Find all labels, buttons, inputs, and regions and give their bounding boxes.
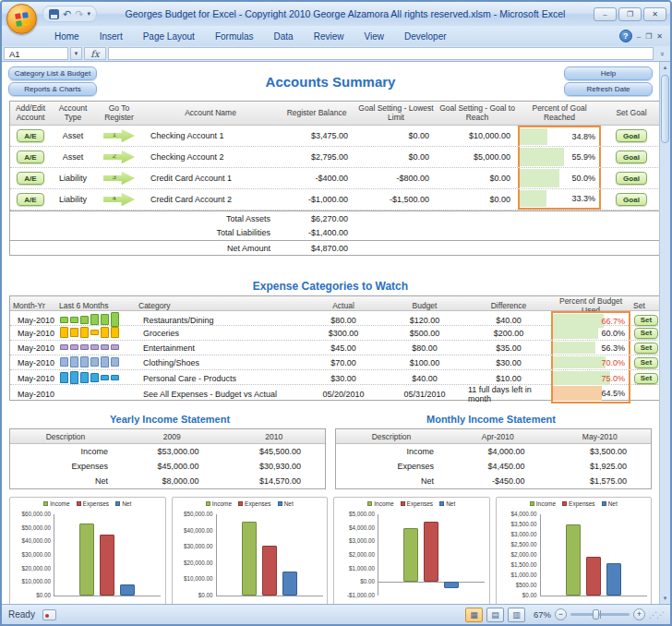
income-row-label: Expenses bbox=[336, 462, 447, 471]
qat-dropdown-icon[interactable]: ▾ bbox=[87, 10, 90, 18]
expense-row: May-2010Restaurants/Dining$80.00$120.00$… bbox=[10, 311, 660, 326]
tab-data[interactable]: Data bbox=[264, 29, 304, 44]
expense-row: May-2010Entertainment$45.00$80.00$35.005… bbox=[10, 341, 660, 355]
name-box-dropdown-icon[interactable]: ▼ bbox=[70, 47, 82, 60]
sparkline-bar bbox=[80, 372, 89, 383]
set-button[interactable]: Set bbox=[634, 328, 658, 339]
scroll-down-icon[interactable]: ▼ bbox=[660, 593, 670, 604]
save-icon[interactable] bbox=[49, 9, 59, 19]
chart-apr-2010: IncomeExpensesNet$5,000.00$4,000.00$3,00… bbox=[333, 497, 490, 604]
resize-grip[interactable]: ⋰⋰ bbox=[649, 610, 664, 620]
expenses-column-header: Difference bbox=[466, 301, 551, 310]
tab-page-layout[interactable]: Page Layout bbox=[133, 29, 205, 44]
set-goal-button[interactable]: Goal bbox=[616, 129, 647, 142]
close-button[interactable]: ✕ bbox=[643, 7, 666, 21]
sparkline-bar bbox=[111, 357, 119, 366]
y-axis-label: $3,500.00 bbox=[498, 521, 537, 527]
sparkline-bar bbox=[101, 327, 109, 338]
set-goal-button[interactable]: Goal bbox=[616, 150, 647, 163]
zoom-out-button[interactable]: − bbox=[555, 608, 567, 620]
zoom-slider[interactable] bbox=[570, 613, 630, 616]
y-axis-line bbox=[216, 514, 217, 596]
tab-developer[interactable]: Developer bbox=[394, 29, 457, 44]
tab-home[interactable]: Home bbox=[44, 29, 90, 44]
vertical-scrollbar[interactable]: ▲ ▼ bbox=[659, 62, 670, 604]
sparkline bbox=[56, 326, 136, 340]
tab-formulas[interactable]: Formulas bbox=[205, 29, 264, 44]
set-button[interactable]: Set bbox=[634, 373, 658, 384]
minimize-button[interactable]: – bbox=[594, 7, 617, 21]
set-button[interactable]: Set bbox=[634, 357, 658, 368]
percent-budget-cell: 64.5% bbox=[551, 385, 630, 403]
go-to-register-arrow-icon[interactable]: 3 bbox=[103, 171, 135, 186]
set-goal-button[interactable]: Goal bbox=[616, 193, 647, 206]
income-row-label: Net bbox=[10, 476, 121, 486]
page-layout-view-button[interactable]: ▤ bbox=[486, 608, 504, 622]
redo-icon[interactable]: ↷ bbox=[75, 9, 83, 19]
macro-record-icon[interactable] bbox=[42, 609, 56, 620]
actual-cell: $70.00 bbox=[304, 355, 383, 369]
expand-formula-bar-icon[interactable]: » bbox=[655, 47, 668, 60]
add-edit-account-button[interactable]: A/E bbox=[17, 129, 44, 142]
accounts-summary-title: Accounts Summary bbox=[2, 74, 659, 90]
legend-swatch-income bbox=[367, 501, 372, 506]
add-edit-cell: A/E bbox=[10, 168, 51, 188]
scroll-up-icon[interactable]: ▲ bbox=[660, 62, 670, 73]
office-button[interactable] bbox=[6, 4, 37, 34]
zoom-slider-thumb[interactable] bbox=[593, 609, 599, 620]
workbook-minimize-icon[interactable]: – bbox=[637, 32, 641, 41]
y-axis-label: $500.00 bbox=[498, 582, 537, 588]
income-column-header: May-2010 bbox=[549, 432, 652, 441]
restore-button[interactable]: ❐ bbox=[618, 7, 642, 21]
add-edit-account-button[interactable]: A/E bbox=[17, 150, 44, 163]
percent-goal-value: 50.0% bbox=[571, 174, 595, 183]
tab-view[interactable]: View bbox=[354, 29, 394, 44]
zoom-in-button[interactable]: + bbox=[633, 608, 645, 620]
name-box[interactable]: A1 bbox=[4, 47, 68, 60]
accounts-column-header: Account Name bbox=[143, 102, 278, 125]
legend-item: Expenses bbox=[401, 500, 434, 507]
normal-view-button[interactable]: ▦ bbox=[465, 608, 483, 622]
expenses-column-header: Budget bbox=[383, 301, 466, 310]
percent-goal-bar bbox=[520, 169, 559, 187]
income-row-value: $8,000.00 bbox=[121, 476, 223, 486]
go-to-register-cell: 3 bbox=[95, 168, 143, 188]
tab-review[interactable]: Review bbox=[304, 29, 354, 44]
set-button[interactable]: Set bbox=[634, 343, 658, 354]
sparkline-bar bbox=[90, 373, 99, 381]
add-edit-account-button[interactable]: A/E bbox=[17, 193, 44, 206]
set-cell: Set bbox=[630, 355, 662, 369]
go-to-register-arrow-icon[interactable]: 4 bbox=[103, 192, 135, 207]
budget-cell: $80.00 bbox=[383, 341, 466, 355]
x-axis-line bbox=[378, 582, 485, 583]
month-cell: May-2010 bbox=[10, 385, 56, 403]
add-edit-account-button[interactable]: A/E bbox=[17, 172, 44, 185]
percent-budget-value: 66.7% bbox=[601, 317, 625, 326]
expenses-column-header: Category bbox=[136, 301, 304, 310]
help-icon[interactable]: ? bbox=[619, 30, 632, 42]
y-axis-label: $10,000.00 bbox=[174, 575, 213, 582]
workbook-close-icon[interactable]: ✕ bbox=[656, 32, 663, 41]
formula-input[interactable] bbox=[108, 47, 654, 60]
ribbon-tab-row: HomeInsertPage LayoutFormulasDataReviewV… bbox=[2, 26, 670, 46]
income-row-value: $1,925.00 bbox=[549, 462, 652, 471]
month-cell: May-2010 bbox=[10, 355, 56, 369]
totals-label: Net Amount bbox=[10, 244, 278, 253]
percent-budget-bar bbox=[553, 342, 595, 354]
workbook-restore-icon[interactable]: ❐ bbox=[645, 32, 652, 41]
budget-cell: $40.00 bbox=[383, 370, 466, 386]
account-row: A/ELiability4Credit Card Account 2-$1,00… bbox=[10, 189, 660, 211]
budget-cell: $100.00 bbox=[383, 355, 466, 369]
set-goal-button[interactable]: Goal bbox=[616, 172, 647, 185]
set-button[interactable]: Set bbox=[634, 315, 658, 326]
insert-function-icon[interactable]: fx bbox=[84, 47, 106, 60]
formula-bar: A1 ▼ fx » bbox=[2, 46, 670, 61]
expense-row: May-2010See All Expenses - Budget vs Act… bbox=[10, 385, 660, 400]
page-break-view-button[interactable]: ▥ bbox=[508, 608, 525, 622]
go-to-register-arrow-icon[interactable]: 1 bbox=[103, 128, 135, 143]
set-cell: Set bbox=[630, 326, 662, 340]
tab-insert[interactable]: Insert bbox=[90, 29, 133, 44]
go-to-register-arrow-icon[interactable]: 2 bbox=[103, 150, 135, 164]
undo-icon[interactable]: ↶ bbox=[63, 9, 71, 19]
scrollbar-thumb[interactable] bbox=[661, 75, 669, 143]
